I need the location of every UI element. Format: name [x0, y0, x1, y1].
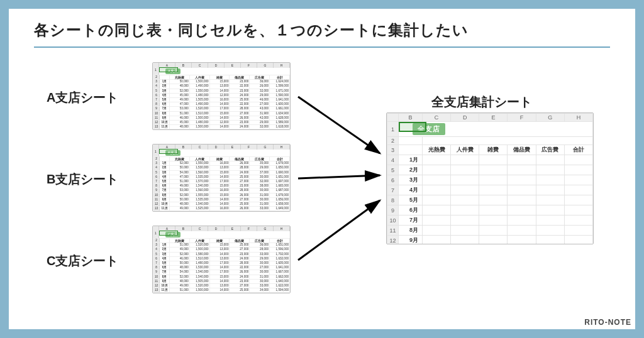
empty-cell [564, 175, 592, 185]
row-header: 4 [153, 166, 160, 170]
col-header: G [536, 114, 564, 122]
data-cell: 53,000 [170, 188, 190, 193]
row-header: 3 [153, 243, 160, 248]
col-header: H [564, 114, 592, 122]
month-label: 4月 [399, 185, 423, 195]
data-cell: 22,000 [230, 84, 250, 89]
data-cell: 1,520,000 [189, 243, 209, 248]
data-cell: 32,000 [250, 89, 270, 93]
data-cell: 13,000 [209, 293, 230, 293]
empty-cell [564, 165, 592, 175]
data-cell: 1,480,000 [189, 120, 209, 124]
empty-cell [451, 226, 479, 236]
data-cell: 1,540,000 [189, 275, 209, 279]
col-header: E [225, 226, 241, 231]
month-label: 5月 [160, 179, 170, 183]
col-header: G [257, 144, 274, 150]
data-cell: 29,000 [250, 120, 270, 124]
empty-cell [479, 236, 508, 245]
empty-cell [451, 236, 479, 245]
data-cell: 1,580,000 [189, 252, 209, 256]
data-cell: 14,000 [209, 175, 230, 179]
data-cell: 25,000 [230, 288, 250, 293]
data-cell: 1,634,900 [270, 111, 290, 116]
month-label: 9月 [160, 197, 170, 202]
row-header: 11 [387, 226, 399, 236]
data-cell: 36,000 [250, 243, 270, 248]
empty-cell [479, 215, 508, 226]
data-cell: 1,656,000 [270, 197, 290, 202]
col-header: G [257, 226, 274, 231]
arrow-c-icon [298, 197, 392, 275]
row-header: 7 [387, 185, 399, 195]
col-header: B [399, 114, 423, 122]
data-cell: 14,000 [209, 252, 230, 256]
data-cell: 30,000 [250, 279, 270, 283]
data-cell: 1,632,000 [270, 256, 290, 261]
data-cell: 50,000 [170, 80, 190, 84]
data-cell: 24,000 [230, 256, 250, 261]
mini-sheet-a: ABCDEFGH1A支店2光熱費人件費雑費備品費広告費合計31月50,0001,… [152, 62, 291, 130]
page-title: 各シートの同じ表・同じセルを、１つのシートに集計したい [34, 20, 610, 40]
category-header: 合計 [270, 239, 290, 243]
empty-cell [423, 195, 451, 205]
month-label: 4月 [160, 256, 170, 261]
row-header: 6 [153, 256, 160, 261]
data-cell: 51,000 [170, 288, 190, 293]
data-cell: 16,000 [209, 207, 230, 211]
empty-cell [508, 155, 536, 165]
empty-cell [423, 185, 451, 195]
data-cell: 14,000 [209, 129, 230, 130]
data-cell: 52,000 [170, 252, 190, 256]
data-cell: 28,000 [230, 188, 250, 193]
data-cell: 1,500,000 [189, 288, 209, 293]
empty-cell [423, 155, 451, 165]
data-cell: 49,000 [170, 184, 190, 188]
row-header: 1 [153, 150, 159, 156]
row-header: 2 [153, 157, 160, 161]
data-cell: 17,000 [209, 107, 230, 111]
data-cell: 1,651,000 [270, 175, 290, 179]
data-cell: 23,000 [230, 252, 250, 256]
data-cell: 36,000 [250, 80, 270, 84]
data-cell: 32,000 [250, 179, 270, 183]
data-cell: 1,605,000 [270, 261, 290, 265]
data-cell: 12,000 [209, 93, 230, 97]
row-header: 12 [153, 202, 160, 206]
category-header: 備品費 [508, 145, 536, 155]
data-cell: 1,510,000 [189, 293, 209, 293]
month-label: 12月 [160, 293, 170, 293]
data-cell: 1,661,000 [270, 107, 290, 111]
row-header: 5 [153, 170, 160, 175]
data-cell: 45,000 [170, 120, 190, 124]
data-cell: 51,000 [170, 111, 190, 116]
branch-a-label: A支店シート [47, 89, 118, 106]
col-header: H [274, 63, 290, 68]
data-cell: 1,500,000 [189, 116, 209, 120]
data-cell: 1,555,000 [189, 193, 209, 197]
data-cell: 1,505,000 [189, 279, 209, 283]
data-cell: 1,590,000 [270, 93, 290, 97]
col-header: E [225, 144, 241, 150]
data-cell: 1,535,000 [189, 175, 209, 179]
row-header: 13 [153, 207, 160, 211]
month-label: 6月 [160, 184, 170, 188]
row-header: 6 [387, 175, 399, 185]
data-cell: 47,000 [170, 175, 190, 179]
data-cell: 1,649,000 [270, 207, 290, 211]
data-cell: 30,000 [250, 261, 270, 265]
category-header: 人件費 [189, 75, 209, 80]
branch-c-label: C支店シート [47, 253, 118, 270]
data-cell: 27,000 [230, 111, 250, 116]
data-cell: 28,000 [250, 293, 270, 293]
col-header: F [241, 226, 257, 231]
data-cell: 17,000 [209, 270, 230, 275]
data-cell: 1,658,000 [270, 202, 290, 206]
category-header: 光熱費 [170, 239, 190, 243]
data-cell: 26,000 [230, 161, 250, 166]
row-header: 2 [387, 137, 399, 145]
empty-cell [564, 185, 592, 195]
data-cell: 14,000 [209, 202, 230, 206]
data-cell: 24,000 [230, 129, 250, 130]
data-cell: 35,000 [250, 161, 270, 166]
